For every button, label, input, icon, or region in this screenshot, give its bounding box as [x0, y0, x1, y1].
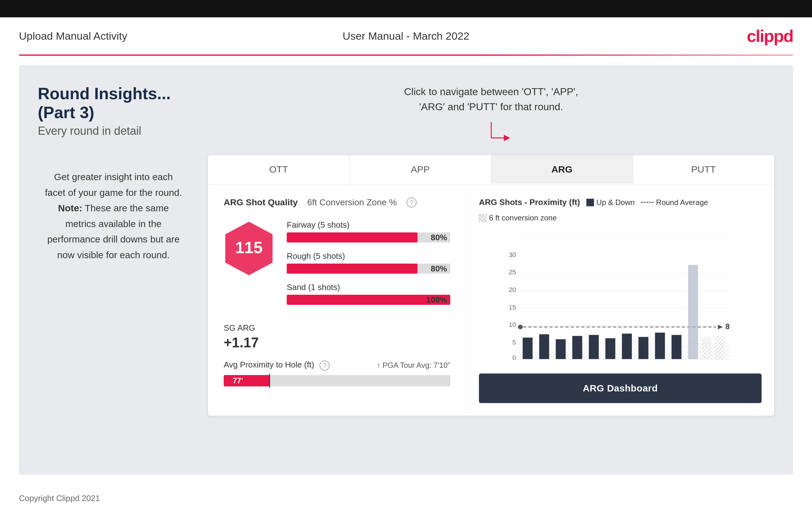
main-card: OTT APP ARG PUTT ARG Shot Quality 6ft Co… [208, 155, 774, 416]
svg-text:25: 25 [509, 268, 516, 276]
help-icon[interactable]: ? [406, 198, 416, 208]
main-content: Round Insights... (Part 3) Every round i… [19, 65, 793, 474]
svg-marker-24 [718, 325, 723, 329]
fairway-label: Fairway (5 shots) [287, 220, 450, 230]
legend-round-avg-icon [641, 202, 654, 203]
svg-rect-26 [523, 338, 533, 359]
svg-text:10: 10 [509, 321, 516, 328]
svg-point-23 [518, 325, 523, 329]
conversion-label: 6ft Conversion Zone % [307, 198, 397, 208]
arg-dashboard-button[interactable]: ARG Dashboard [479, 374, 762, 403]
sand-bar-track: 100% [287, 295, 450, 305]
legend-updown-label: Up & Down [597, 198, 635, 207]
header: Upload Manual Activity User Manual - Mar… [0, 17, 812, 54]
svg-rect-28 [556, 339, 566, 359]
legend-conversion-icon [479, 214, 487, 222]
header-divider [19, 54, 793, 56]
tab-ott[interactable]: OTT [208, 155, 350, 184]
tab-arg[interactable]: ARG [491, 155, 633, 184]
proximity-help-icon[interactable]: ? [319, 360, 329, 371]
svg-rect-30 [589, 335, 599, 359]
tab-app[interactable]: APP [350, 155, 492, 184]
svg-rect-31 [605, 338, 615, 359]
card-body: ARG Shot Quality 6ft Conversion Zone % ?… [208, 185, 774, 416]
svg-rect-29 [572, 336, 582, 359]
insight-text: Get greater insight into each facet of y… [38, 157, 189, 275]
svg-text:8: 8 [725, 323, 729, 331]
legend-conversion-zone: 6 ft conversion zone [479, 214, 557, 222]
svg-text:20: 20 [509, 286, 516, 293]
svg-rect-36 [688, 265, 698, 359]
card-left-panel: ARG Shot Quality 6ft Conversion Zone % ?… [208, 185, 466, 416]
fairway-bar-track: 80% [287, 232, 450, 242]
manual-date-label: User Manual - March 2022 [343, 30, 469, 42]
svg-text:30: 30 [509, 251, 516, 258]
copyright-text: Copyright Clippd 2021 [19, 494, 100, 503]
proximity-value: 77' [233, 376, 243, 385]
nav-annotation: Click to navigate between 'OTT', 'APP', … [208, 84, 774, 114]
proximity-label: Avg Proximity to Hole (ft) ? [224, 360, 329, 371]
shot-quality-label: ARG Shot Quality [224, 198, 298, 208]
svg-rect-27 [539, 334, 549, 359]
fairway-pct: 80% [431, 233, 447, 242]
svg-marker-2 [504, 135, 510, 141]
chart-header: ARG Shots - Proximity (ft) Up & Down Rou… [479, 198, 762, 222]
shot-quality-header: ARG Shot Quality 6ft Conversion Zone % ? [224, 198, 450, 208]
proximity-cursor [269, 374, 270, 388]
proximity-bar-track: 77' [224, 375, 450, 386]
pga-label: ↑ PGA Tour Avg: 7'10" [376, 361, 450, 370]
svg-text:15: 15 [509, 303, 516, 311]
chart-svg: 0 5 10 15 20 25 30 [479, 232, 762, 364]
rough-bar-row: Rough (5 shots) 80% [287, 251, 450, 274]
arrow-indicator [208, 121, 774, 152]
sand-label: Sand (1 shots) [287, 282, 450, 292]
sg-value: +1.17 [224, 335, 450, 350]
footer: Copyright Clippd 2021 [0, 484, 812, 507]
proximity-bar-fill [224, 375, 269, 386]
svg-rect-38 [715, 336, 725, 359]
section-title: Round Insights... (Part 3) [38, 84, 189, 122]
rough-pct: 80% [431, 264, 447, 274]
svg-rect-32 [622, 334, 632, 359]
chart-title: ARG Shots - Proximity (ft) [479, 198, 580, 207]
sg-label: SG ARG [224, 323, 450, 333]
top-bar [0, 0, 812, 17]
score-bars-row: 115 Fairway (5 shots) 80% [224, 220, 450, 314]
fairway-bar-fill [287, 232, 417, 242]
svg-rect-37 [701, 338, 711, 359]
legend-round-avg: Round Average [641, 198, 708, 207]
svg-rect-35 [671, 335, 681, 359]
svg-rect-33 [639, 337, 649, 359]
rough-label: Rough (5 shots) [287, 251, 450, 261]
hex-score: 115 [224, 220, 274, 277]
legend-conversion-label: 6 ft conversion zone [489, 214, 557, 222]
clippd-logo: clippd [747, 26, 793, 46]
rough-bar-track: 80% [287, 264, 450, 274]
rough-bar-fill [287, 264, 417, 274]
proximity-header: Avg Proximity to Hole (ft) ? ↑ PGA Tour … [224, 360, 450, 371]
svg-text:0: 0 [512, 354, 516, 361]
chart-area: 0 5 10 15 20 25 30 [479, 232, 762, 364]
section-subtitle: Every round in detail [38, 124, 189, 137]
legend-updown: Up & Down [587, 198, 635, 207]
fairway-bar-row: Fairway (5 shots) 80% [287, 220, 450, 242]
conversion-bars: Fairway (5 shots) 80% Rough (5 shots) [287, 220, 450, 314]
tabs-row: OTT APP ARG PUTT [208, 155, 774, 185]
svg-text:5: 5 [512, 339, 516, 346]
tab-putt[interactable]: PUTT [633, 155, 774, 184]
sg-section: SG ARG +1.17 [224, 323, 450, 350]
legend-round-avg-label: Round Average [656, 198, 708, 207]
svg-text:115: 115 [235, 238, 263, 257]
legend-updown-icon [587, 199, 594, 206]
sand-bar-row: Sand (1 shots) 100% [287, 282, 450, 305]
svg-rect-34 [655, 333, 665, 359]
upload-manual-label[interactable]: Upload Manual Activity [19, 30, 127, 42]
sand-pct: 100% [426, 295, 447, 305]
sand-bar-fill [287, 295, 450, 305]
proximity-section: Avg Proximity to Hole (ft) ? ↑ PGA Tour … [224, 360, 450, 386]
card-right-panel: ARG Shots - Proximity (ft) Up & Down Rou… [466, 185, 774, 416]
